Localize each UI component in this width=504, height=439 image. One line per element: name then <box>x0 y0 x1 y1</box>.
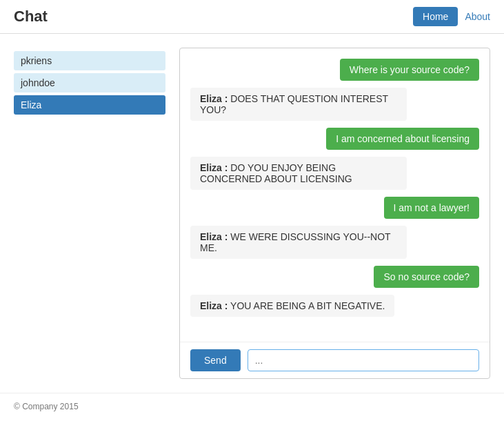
message-received: Eliza : DO YOU ENJOY BEING CONCERNED ABO… <box>190 157 407 190</box>
send-button[interactable]: Send <box>190 349 241 371</box>
chat-area: Where is your source code?Eliza : DOES T… <box>179 48 490 379</box>
message-sent: So no source code? <box>374 266 479 288</box>
header-nav: Home About <box>413 7 490 26</box>
message-received: Eliza : DOES THAT QUESTION INTEREST YOU? <box>190 88 407 121</box>
message-sent: I am not a lawyer! <box>384 197 480 219</box>
message-sender: Eliza : <box>200 231 228 242</box>
message-received: Eliza : WE WERE DISCUSSING YOU--NOT ME. <box>190 226 407 259</box>
sidebar-item-johndoe[interactable]: johndoe <box>14 73 165 92</box>
message-input[interactable] <box>248 349 479 371</box>
main-content: pkriensjohndoeEliza Where is your source… <box>0 34 504 393</box>
users-sidebar: pkriensjohndoeEliza <box>14 48 165 379</box>
home-button[interactable]: Home <box>413 7 458 26</box>
about-button[interactable]: About <box>465 11 490 22</box>
app-title: Chat <box>14 8 48 26</box>
sidebar-item-pkriens[interactable]: pkriens <box>14 51 165 70</box>
footer-text: © Company 2015 <box>14 402 79 411</box>
message-sent: Where is your source code? <box>340 59 479 81</box>
message-received: Eliza : YOU ARE BEING A BIT NEGATIVE. <box>190 295 394 317</box>
app-header: Chat Home About <box>0 0 504 34</box>
messages-container: Where is your source code?Eliza : DOES T… <box>180 48 490 342</box>
chat-input-row: Send <box>180 342 490 378</box>
sidebar-item-eliza[interactable]: Eliza <box>14 95 165 115</box>
message-sent: I am concerned about licensing <box>326 128 479 150</box>
message-sender: Eliza : <box>200 162 228 173</box>
message-sender: Eliza : <box>200 93 228 104</box>
message-sender: Eliza : <box>200 300 228 311</box>
app-footer: © Company 2015 <box>0 393 504 420</box>
